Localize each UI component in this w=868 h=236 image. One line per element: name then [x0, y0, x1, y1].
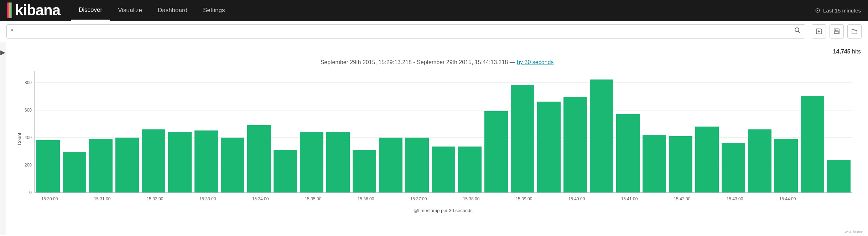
search-icon: [794, 27, 801, 34]
time-filter[interactable]: ⊙ Last 15 minutes: [815, 6, 861, 14]
interval-link[interactable]: by 30 seconds: [517, 59, 553, 65]
bar-14[interactable]: [405, 138, 429, 193]
y-tick-400: 400: [25, 135, 32, 140]
x-tick-1541: 15:41:00: [621, 196, 638, 201]
x-tick-1534: 15:34:00: [252, 196, 269, 201]
logo-stripe: [7, 2, 12, 18]
x-tick-1543: 15:43:00: [727, 196, 743, 201]
chart-container: Count 0 200 400 600 800: [13, 68, 861, 217]
search-input-wrapper: [6, 24, 805, 39]
bar-17[interactable]: [484, 111, 508, 193]
main-content: ▶ 14,745 hits September 29th 2015, 15:29…: [0, 42, 868, 235]
sidebar-toggle[interactable]: ▶: [0, 42, 6, 235]
bar-12[interactable]: [353, 150, 376, 193]
x-tick-1535: 15:35:00: [305, 196, 322, 201]
bar-25[interactable]: [695, 127, 719, 193]
x-tick-1530: 15:30:00: [41, 196, 58, 201]
bar-9[interactable]: [274, 150, 297, 193]
bar-8[interactable]: [247, 125, 271, 193]
hits-count: 14,745 hits: [13, 46, 861, 56]
bar-1[interactable]: [63, 152, 86, 193]
bar-19[interactable]: [537, 102, 561, 193]
navbar: kibana Discover Visualize Dashboard Sett…: [0, 0, 868, 21]
bar-23[interactable]: [643, 135, 666, 193]
x-tick-1533: 15:33:00: [199, 196, 216, 201]
bar-6[interactable]: [194, 130, 218, 193]
y-axis-label: Count: [17, 133, 22, 145]
share-icon: [816, 28, 822, 35]
bar-16[interactable]: [458, 147, 482, 193]
x-tick-1542: 15:42:00: [674, 196, 691, 201]
y-tick-200: 200: [25, 163, 32, 168]
bar-0[interactable]: [36, 140, 60, 193]
load-button[interactable]: [847, 24, 862, 39]
chart-area: 14,745 hits September 29th 2015, 15:29:1…: [6, 42, 868, 235]
bar-13[interactable]: [379, 138, 402, 193]
bar-2[interactable]: [89, 139, 113, 193]
x-tick-1531: 15:31:00: [94, 196, 111, 201]
svg-line-1: [799, 31, 800, 33]
bar-11[interactable]: [326, 132, 350, 193]
nav-discover[interactable]: Discover: [71, 0, 110, 21]
x-tick-1538: 15:38:00: [463, 196, 480, 201]
x-tick-1536: 15:36:00: [358, 196, 374, 201]
x-tick-1537: 15:37:00: [410, 196, 427, 201]
bar-30[interactable]: [827, 160, 851, 193]
x-tick-1539: 15:39:00: [516, 196, 532, 201]
search-button[interactable]: [794, 27, 801, 35]
hits-number: 14,745: [833, 48, 851, 55]
bar-7[interactable]: [221, 138, 244, 193]
time-filter-label: Last 15 minutes: [823, 7, 861, 14]
bar-21[interactable]: [590, 79, 613, 193]
bar-18[interactable]: [511, 85, 534, 193]
hits-label: hits: [852, 48, 861, 55]
x-tick-1532: 15:32:00: [147, 196, 163, 201]
x-axis-label: @timestamp per 30 seconds: [414, 208, 473, 213]
histogram-svg: Count 0 200 400 600 800: [13, 68, 861, 217]
nav-visualize[interactable]: Visualize: [110, 0, 150, 21]
load-icon: [851, 28, 858, 35]
y-tick-0: 0: [29, 190, 32, 195]
sidebar-toggle-arrow: ▶: [0, 48, 5, 56]
save-button[interactable]: [830, 24, 844, 39]
clock-icon: ⊙: [815, 6, 820, 14]
date-range: September 29th 2015, 15:29:13.218 - Sept…: [13, 59, 861, 66]
nav-settings[interactable]: Settings: [195, 0, 233, 21]
bar-10[interactable]: [300, 132, 323, 193]
y-tick-600: 600: [25, 108, 32, 113]
logo-text: kibana: [15, 2, 60, 19]
x-tick-1540: 15:40:00: [568, 196, 585, 201]
bar-15[interactable]: [432, 147, 455, 193]
y-tick-800: 800: [25, 80, 32, 85]
nav-dashboard[interactable]: Dashboard: [150, 0, 195, 21]
bar-24[interactable]: [669, 136, 692, 193]
bar-4[interactable]: [142, 129, 165, 193]
search-input[interactable]: [11, 28, 794, 35]
bar-28[interactable]: [774, 139, 798, 193]
bar-29[interactable]: [801, 96, 824, 193]
x-tick-1544: 15:44:00: [779, 196, 796, 201]
save-icon: [833, 28, 840, 35]
date-range-text: September 29th 2015, 15:29:13.218 - Sept…: [321, 59, 515, 65]
share-button[interactable]: [812, 24, 826, 39]
bar-22[interactable]: [616, 114, 640, 193]
bar-27[interactable]: [748, 129, 771, 193]
watermark: wsxdn.com: [845, 230, 864, 234]
bar-20[interactable]: [563, 97, 587, 193]
logo: kibana: [7, 2, 60, 19]
bar-5[interactable]: [168, 132, 192, 193]
nav-links: Discover Visualize Dashboard Settings: [71, 0, 815, 21]
search-bar: [0, 21, 868, 42]
bar-26[interactable]: [722, 143, 745, 193]
bar-3[interactable]: [115, 138, 139, 193]
toolbar-icons: [812, 24, 862, 39]
svg-rect-7: [835, 31, 838, 34]
